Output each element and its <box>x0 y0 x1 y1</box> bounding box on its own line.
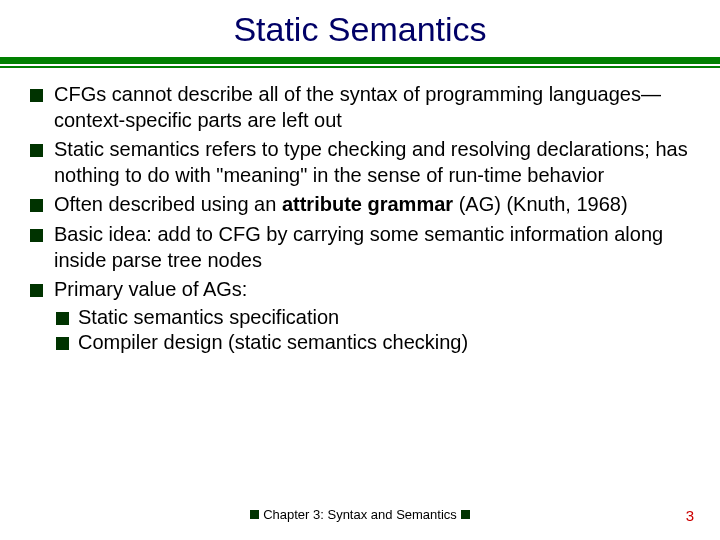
sub-bullet-item: Static semantics specification <box>54 305 692 331</box>
bullet-item: Basic idea: add to CFG by carrying some … <box>28 222 692 273</box>
sub-bullet-text: Static semantics specification <box>78 306 339 328</box>
bullet-item: CFGs cannot describe all of the syntax o… <box>28 82 692 133</box>
slide-title: Static Semantics <box>0 0 720 49</box>
footer-text: Chapter 3: Syntax and Semantics <box>263 507 457 522</box>
square-bullet-icon <box>250 510 259 519</box>
sub-bullet-text: Compiler design (static semantics checki… <box>78 331 468 353</box>
sub-bullet-item: Compiler design (static semantics checki… <box>54 330 692 356</box>
slide-body: CFGs cannot describe all of the syntax o… <box>0 68 720 356</box>
bullet-item: Often described using an attribute gramm… <box>28 192 692 218</box>
bullet-text-post: (AG) (Knuth, 1968) <box>453 193 628 215</box>
bullet-item: Primary value of AGs: Static semantics s… <box>28 277 692 356</box>
bullet-text: Static semantics refers to type checking… <box>54 138 688 186</box>
bullet-item: Static semantics refers to type checking… <box>28 137 692 188</box>
page-number: 3 <box>686 507 694 524</box>
slide: Static Semantics CFGs cannot describe al… <box>0 0 720 540</box>
bullet-text: Primary value of AGs: <box>54 278 247 300</box>
footer: Chapter 3: Syntax and Semantics <box>0 507 720 522</box>
square-bullet-icon <box>461 510 470 519</box>
title-rule <box>0 57 720 68</box>
bullet-text-pre: Often described using an <box>54 193 282 215</box>
bullet-text: CFGs cannot describe all of the syntax o… <box>54 83 661 131</box>
bullet-text: Basic idea: add to CFG by carrying some … <box>54 223 663 271</box>
bullet-text-bold: attribute grammar <box>282 193 453 215</box>
